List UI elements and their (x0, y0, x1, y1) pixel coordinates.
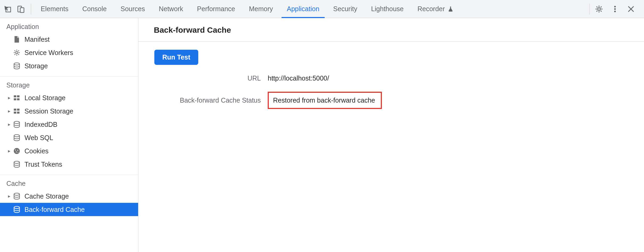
tab-memory[interactable]: Memory (242, 0, 280, 18)
tab-label: Performance (197, 5, 235, 13)
sidebar-item-label: Web SQL (24, 134, 53, 142)
tab-label: Console (82, 5, 107, 13)
disclosure-triangle-icon[interactable]: ▸ (6, 193, 12, 199)
tab-application[interactable]: Application (280, 0, 326, 18)
tab-performance[interactable]: Performance (190, 0, 242, 18)
tab-label: Application (287, 5, 319, 13)
gear-icon (13, 49, 21, 57)
sidebar-item-trust-tokens[interactable]: ▸Trust Tokens (0, 158, 138, 171)
sidebar-item-label: Storage (24, 62, 48, 70)
sidebar-item-local-storage[interactable]: ▸Local Storage (0, 91, 138, 104)
flask-icon (448, 6, 454, 12)
sidebar-item-cookies[interactable]: ▸Cookies (0, 144, 138, 158)
toggle-device-icon[interactable] (17, 5, 25, 13)
sidebar-section-title: Application (0, 18, 138, 33)
sidebar-item-label: Service Workers (24, 49, 73, 57)
file-icon (13, 35, 21, 43)
url-value: http://localhost:5000/ (268, 74, 644, 82)
bfcache-status-highlight: Restored from back-forward cache (268, 92, 382, 109)
tab-sources[interactable]: Sources (114, 0, 152, 18)
content-pane: Back-forward Cache Run Test URL http://l… (138, 18, 644, 252)
sidebar-item-web-sql[interactable]: ▸Web SQL (0, 131, 138, 144)
sidebar-item-label: Trust Tokens (24, 161, 62, 168)
bfcache-status-label: Back-forward Cache Status (154, 96, 261, 104)
disclosure-triangle-icon[interactable]: ▸ (6, 108, 12, 114)
db-icon (13, 134, 21, 142)
sidebar-item-storage[interactable]: ▸Storage (0, 59, 138, 73)
content-title: Back-forward Cache (138, 18, 644, 42)
disclosure-triangle-icon[interactable]: ▸ (6, 148, 12, 154)
sidebar-item-label: Back-forward Cache (24, 206, 85, 213)
devtools-tabs: ElementsConsoleSourcesNetworkPerformance… (34, 0, 589, 18)
sidebar-section-title: Cache (0, 175, 138, 190)
disclosure-triangle-icon[interactable]: ▸ (6, 95, 12, 101)
db-icon (13, 205, 21, 213)
tab-label: Elements (41, 5, 68, 13)
url-label: URL (154, 74, 261, 82)
run-test-button[interactable]: Run Test (154, 50, 198, 65)
grid-icon (13, 94, 21, 102)
tab-elements[interactable]: Elements (34, 0, 75, 18)
tab-label: Security (333, 5, 357, 13)
tab-label: Lighthouse (371, 5, 403, 13)
db-icon (13, 192, 21, 200)
cookie-icon (13, 147, 21, 155)
sidebar-item-label: Manifest (24, 36, 49, 43)
sidebar-item-label: Session Storage (24, 107, 73, 115)
sidebar-section-title: Storage (0, 77, 138, 91)
tab-label: Recorder (418, 5, 445, 13)
inspect-icon[interactable] (4, 5, 12, 13)
db-icon (13, 120, 21, 128)
close-icon[interactable] (627, 5, 635, 13)
tab-network[interactable]: Network (152, 0, 190, 18)
settings-icon[interactable] (595, 5, 603, 13)
tab-label: Sources (121, 5, 145, 13)
tab-security[interactable]: Security (326, 0, 364, 18)
tab-recorder[interactable]: Recorder (411, 0, 461, 18)
more-icon[interactable] (611, 5, 619, 13)
db-icon (13, 62, 21, 70)
sidebar-item-cache-storage[interactable]: ▸Cache Storage (0, 190, 138, 203)
sidebar-item-label: Cache Storage (24, 192, 69, 200)
bfcache-status-value: Restored from back-forward cache (268, 92, 644, 109)
grid-icon (13, 107, 21, 115)
tab-label: Memory (249, 5, 273, 13)
sidebar-item-session-storage[interactable]: ▸Session Storage (0, 104, 138, 118)
sidebar-item-label: Local Storage (24, 94, 65, 102)
tab-lighthouse[interactable]: Lighthouse (364, 0, 410, 18)
sidebar-item-back-forward-cache[interactable]: ▸Back-forward Cache (0, 203, 138, 216)
sidebar-item-manifest[interactable]: ▸Manifest (0, 33, 138, 46)
disclosure-triangle-icon[interactable]: ▸ (6, 121, 12, 127)
tab-label: Network (159, 5, 183, 13)
sidebar-item-indexeddb[interactable]: ▸IndexedDB (0, 118, 138, 131)
devtools-toolbar: ElementsConsoleSourcesNetworkPerformance… (0, 0, 644, 18)
tab-console[interactable]: Console (75, 0, 114, 18)
sidebar-item-label: IndexedDB (24, 121, 57, 128)
db-icon (13, 160, 21, 168)
sidebar-item-service-workers[interactable]: ▸Service Workers (0, 46, 138, 59)
application-sidebar: Application▸Manifest▸Service Workers▸Sto… (0, 18, 138, 252)
sidebar-item-label: Cookies (24, 147, 48, 155)
